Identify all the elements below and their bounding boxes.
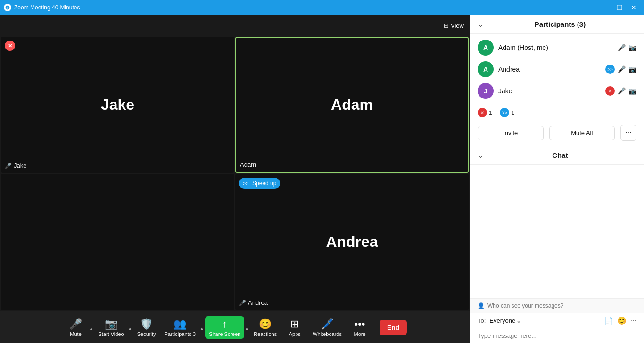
- who-can-see[interactable]: 👤 Who can see your messages?: [470, 298, 644, 313]
- who-can-see-icon: 👤: [478, 302, 485, 309]
- mute-group[interactable]: 🎤 Mute ▲: [63, 316, 94, 339]
- participants-action-buttons: Invite Mute All ···: [470, 120, 644, 146]
- speed-badge-count: 1: [511, 109, 514, 116]
- security-icon: 🛡️: [140, 318, 153, 330]
- reactions-button[interactable]: 😊 Reactions: [250, 316, 281, 339]
- mute-all-button[interactable]: Mute All: [549, 126, 615, 140]
- chat-emoji-icon[interactable]: 😊: [617, 316, 627, 325]
- participant-item-andrea: A Andrea >> 🎤 📷: [470, 58, 644, 80]
- right-panel: ⌄ Participants (3) A Adam (Host, me) 🎤 📷…: [470, 15, 644, 343]
- andrea-speed-badge: >>: [605, 65, 615, 74]
- chat-body: 👤 Who can see your messages? To: Everyon…: [470, 165, 644, 343]
- video-cell-jake: ✕ Jake 🎤 Jake: [1, 37, 234, 173]
- andrea-label-text: Andrea: [248, 299, 268, 306]
- video-label: Start Video: [98, 331, 124, 337]
- invite-button[interactable]: Invite: [478, 126, 544, 140]
- maximize-button[interactable]: ❐: [613, 3, 626, 12]
- chat-collapse-btn[interactable]: ⌄: [478, 151, 484, 160]
- andrea-label: 🎤 Andrea: [239, 299, 268, 306]
- mute-icon: 🎤: [69, 318, 82, 330]
- jake-label-text: Jake: [14, 162, 26, 169]
- status-badges-row: ✕ 1 >> 1: [470, 105, 644, 120]
- x-badge-circle: ✕: [478, 108, 487, 117]
- video-group[interactable]: 📷 Start Video ▲: [94, 316, 132, 339]
- participant-item-adam: A Adam (Host, me) 🎤 📷: [470, 37, 644, 58]
- x-badge-count: 1: [489, 109, 492, 116]
- mute-button[interactable]: 🎤 Mute: [63, 316, 89, 339]
- chat-panel-header: ⌄ Chat: [470, 146, 644, 165]
- jake-mic-icon[interactable]: 🎤: [618, 87, 626, 95]
- jake-muted-icon: 🎤: [5, 163, 12, 169]
- adam-label-text: Adam: [240, 161, 256, 168]
- share-arrow[interactable]: ▲: [244, 326, 249, 331]
- jake-controls: ✕ 🎤 📷: [605, 86, 636, 96]
- main-layout: ⊞ View ✕ Jake 🎤 Jake Adam Adam: [0, 15, 644, 343]
- close-button[interactable]: ✕: [627, 3, 640, 12]
- speed-up-label: Speed up: [252, 180, 276, 187]
- jake-name-display: Jake: [101, 96, 134, 114]
- to-everyone-select[interactable]: Everyone ⌄: [489, 317, 521, 324]
- toolbar: 🎤 Mute ▲ 📷 Start Video ▲: [0, 311, 470, 343]
- title-bar: Z Zoom Meeting 40-Minutes – ❐ ✕: [0, 0, 644, 15]
- andrea-mic-icon[interactable]: 🎤: [618, 65, 626, 73]
- to-label: To:: [478, 317, 486, 324]
- toolbar-wrapper: 🎤 Mute ▲ 📷 Start Video ▲: [6, 316, 464, 339]
- apps-button[interactable]: ⊞ Apps: [281, 316, 308, 339]
- participants-collapse-btn[interactable]: ⌄: [478, 20, 484, 29]
- andrea-participant-name: Andrea: [498, 65, 601, 73]
- chat-more-icon[interactable]: ···: [630, 317, 636, 325]
- video-icon: 📷: [105, 318, 117, 330]
- adam-label: Adam: [240, 161, 256, 168]
- chat-file-icon[interactable]: 📄: [604, 316, 613, 325]
- participants-more-button[interactable]: ···: [620, 125, 636, 141]
- whiteboards-button[interactable]: 🖊️ Whiteboards: [309, 316, 346, 339]
- chevron-down-icon: ⌄: [516, 317, 521, 324]
- video-button[interactable]: 📷 Start Video: [94, 316, 127, 339]
- window-controls: – ❐ ✕: [599, 3, 640, 12]
- andrea-video-icon[interactable]: 📷: [628, 65, 636, 73]
- andrea-avatar: A: [478, 61, 494, 77]
- chat-input[interactable]: [478, 332, 636, 339]
- window-title: Zoom Meeting 40-Minutes: [14, 4, 80, 11]
- apps-icon: ⊞: [290, 318, 299, 330]
- more-icon: •••: [354, 318, 365, 330]
- adam-mic-icon[interactable]: 🎤: [618, 44, 626, 51]
- end-button[interactable]: End: [380, 320, 407, 335]
- jake-x-badge: ✕: [605, 86, 615, 96]
- more-button[interactable]: ••• More: [347, 316, 373, 339]
- andrea-controls: >> 🎤 📷: [605, 65, 636, 74]
- security-button[interactable]: 🛡️ Security: [133, 316, 160, 339]
- video-cell-empty: [1, 174, 234, 310]
- reactions-label: Reactions: [254, 331, 277, 337]
- view-label: View: [451, 22, 464, 29]
- minimize-button[interactable]: –: [599, 3, 612, 12]
- toolbar-items: 🎤 Mute ▲ 📷 Start Video ▲: [6, 316, 464, 339]
- jake-participant-name: Jake: [498, 87, 601, 95]
- share-group[interactable]: ↑ Share Screen ▲: [205, 316, 249, 339]
- share-icon: ↑: [222, 318, 227, 330]
- mute-arrow[interactable]: ▲: [89, 326, 94, 331]
- participants-panel-header: ⌄ Participants (3): [470, 15, 644, 34]
- video-arrow[interactable]: ▲: [128, 326, 132, 331]
- x-badge-status: ✕ 1: [478, 108, 492, 117]
- participants-arrow[interactable]: ▲: [199, 326, 204, 331]
- speed-up-badge: >> Speed up: [239, 178, 280, 189]
- mute-label: Mute: [70, 331, 81, 337]
- participants-button[interactable]: 👥 Participants 3: [161, 316, 200, 339]
- title-bar-left: Z Zoom Meeting 40-Minutes: [4, 4, 80, 11]
- share-screen-button[interactable]: ↑ Share Screen: [205, 316, 244, 339]
- participants-label: Participants 3: [165, 331, 196, 337]
- chat-to-icons: 📄 😊 ···: [604, 316, 636, 325]
- speed-badge-circle: >>: [500, 108, 509, 117]
- view-button[interactable]: ⊞ View: [444, 22, 464, 29]
- participants-group[interactable]: 👥 Participants 3 ▲: [161, 316, 205, 339]
- participants-icon: 👥: [173, 318, 186, 330]
- apps-label: Apps: [289, 331, 301, 337]
- adam-video-icon[interactable]: 📷: [628, 44, 636, 51]
- jake-label: 🎤 Jake: [5, 162, 26, 169]
- jake-video-icon[interactable]: 📷: [628, 87, 636, 95]
- zoom-icon: Z: [4, 4, 11, 11]
- adam-participant-name: Adam (Host, me): [498, 44, 613, 51]
- jake-avatar: J: [478, 83, 494, 99]
- adam-controls: 🎤 📷: [618, 44, 636, 51]
